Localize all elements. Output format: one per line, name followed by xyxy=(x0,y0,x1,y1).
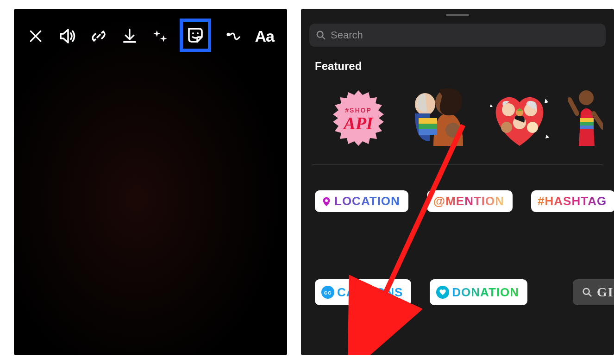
svg-point-15 xyxy=(501,122,512,133)
svg-point-23 xyxy=(325,199,328,202)
sticker-pill-grid: LOCATION @MENTION #HASHTAG cc CAPTIONS D… xyxy=(301,165,614,305)
sheet-grabber[interactable] xyxy=(446,14,469,16)
sticker-button[interactable] xyxy=(185,25,206,45)
svg-rect-9 xyxy=(419,118,437,124)
gif-sticker-label: GI xyxy=(597,285,614,300)
donation-heart-icon xyxy=(436,286,449,299)
hashtag-sticker-label: #HASHTAG xyxy=(538,194,607,208)
family-illustration-icon xyxy=(407,86,471,151)
dancing-people-icon xyxy=(568,86,603,151)
featured-sticker-row[interactable]: #SHOP API xyxy=(312,73,603,165)
sticker-search-input[interactable]: Search xyxy=(309,24,606,47)
sticker-icon xyxy=(185,25,206,45)
svg-rect-11 xyxy=(419,129,437,135)
sticker-button-highlight xyxy=(180,19,211,52)
editor-toolbar: Aa xyxy=(14,9,287,63)
mention-sticker-label: @MENTION xyxy=(433,194,504,208)
svg-rect-20 xyxy=(580,122,594,126)
captions-sticker[interactable]: cc CAPTIONS xyxy=(315,279,411,305)
speaker-icon xyxy=(58,27,76,45)
squiggle-icon xyxy=(225,28,241,44)
donation-sticker-label: DONATION xyxy=(452,285,519,300)
close-icon xyxy=(27,28,44,44)
svg-point-16 xyxy=(527,122,538,133)
download-icon xyxy=(121,28,138,44)
story-editor-screen: Aa xyxy=(14,9,287,355)
link-button[interactable] xyxy=(89,26,108,46)
text-button[interactable]: Aa xyxy=(255,26,274,46)
close-button[interactable] xyxy=(27,26,45,46)
svg-rect-19 xyxy=(580,118,594,122)
heart-group-icon xyxy=(487,86,552,151)
svg-text:API: API xyxy=(343,113,374,133)
cc-badge-icon: cc xyxy=(321,286,334,299)
location-pin-icon xyxy=(321,195,332,207)
draw-button[interactable] xyxy=(224,26,242,46)
sparkle-icon xyxy=(152,28,169,44)
featured-sticker-heart-group[interactable] xyxy=(487,86,552,151)
featured-section-label: Featured xyxy=(315,60,614,73)
svg-point-0 xyxy=(192,32,194,34)
featured-sticker-dancers[interactable] xyxy=(568,86,603,151)
gif-sticker[interactable]: GI xyxy=(573,279,614,305)
svg-rect-10 xyxy=(419,124,437,129)
svg-point-1 xyxy=(197,32,199,34)
location-sticker[interactable]: LOCATION xyxy=(315,190,408,212)
link-icon xyxy=(89,27,108,45)
featured-sticker-family[interactable] xyxy=(407,86,471,151)
svg-rect-21 xyxy=(580,126,594,129)
location-sticker-label: LOCATION xyxy=(334,194,400,208)
sticker-tray-panel: Search Featured #SHOP API xyxy=(301,9,614,355)
svg-text:#SHOP: #SHOP xyxy=(345,107,371,114)
effects-button[interactable] xyxy=(151,26,169,46)
shop-api-badge-icon: #SHOP API xyxy=(326,86,391,151)
search-icon xyxy=(316,30,326,40)
download-button[interactable] xyxy=(121,26,139,46)
sound-button[interactable] xyxy=(58,26,76,46)
featured-sticker-shop-api[interactable]: #SHOP API xyxy=(326,86,391,151)
svg-point-8 xyxy=(445,123,460,138)
captions-sticker-label: CAPTIONS xyxy=(337,285,403,300)
search-icon xyxy=(582,287,592,297)
svg-point-18 xyxy=(579,90,594,105)
text-button-label: Aa xyxy=(255,27,274,45)
hashtag-sticker[interactable]: #HASHTAG xyxy=(531,190,614,212)
search-placeholder: Search xyxy=(331,29,363,41)
donation-sticker[interactable]: DONATION xyxy=(430,279,527,305)
mention-sticker[interactable]: @MENTION xyxy=(427,190,513,212)
